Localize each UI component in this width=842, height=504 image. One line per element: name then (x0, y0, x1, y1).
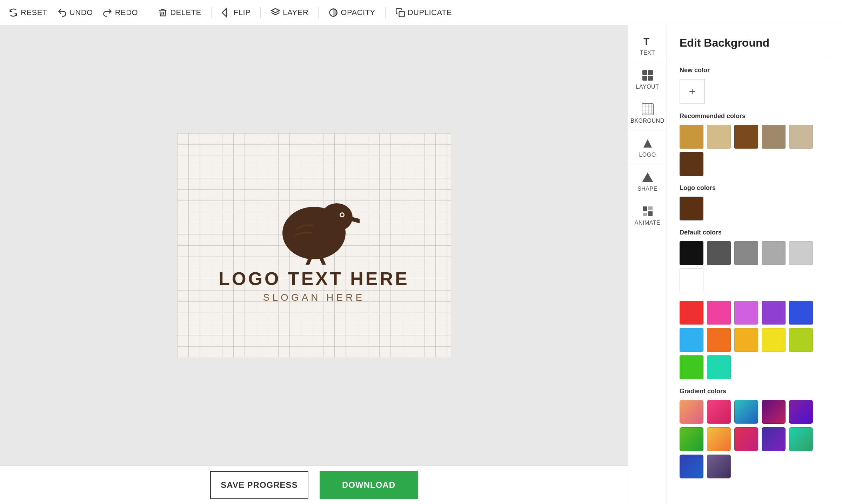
standard-color-swatch[interactable] (789, 301, 813, 325)
shape-icon (641, 171, 654, 184)
canvas-wrapper: LOGO TEXT HERE SLOGAN HERE (0, 25, 628, 465)
add-color-button[interactable]: + (680, 79, 705, 104)
logo-colors-label: Logo colors (680, 184, 829, 192)
toolbar-separator-4 (318, 7, 319, 18)
reset-button[interactable]: RESET (8, 8, 47, 18)
standard-color-swatch[interactable] (680, 328, 703, 352)
gradient-color-swatch[interactable] (789, 427, 813, 451)
delete-button[interactable]: DELETE (158, 8, 201, 18)
standard-colors-grid (680, 301, 829, 379)
recommended-color-swatch[interactable] (734, 125, 758, 149)
recommended-color-swatch[interactable] (680, 125, 703, 149)
bkground-icon (641, 103, 654, 116)
gradient-color-swatch[interactable] (789, 400, 813, 424)
svg-line-7 (352, 219, 360, 224)
recommended-color-swatch[interactable] (789, 125, 813, 149)
logo-color-swatch[interactable] (680, 197, 703, 220)
standard-color-swatch[interactable] (762, 301, 786, 325)
gradient-color-swatch[interactable] (734, 427, 758, 451)
logo-colors-grid (680, 197, 829, 220)
layout-icon (641, 69, 654, 82)
default-color-swatch[interactable] (680, 268, 703, 292)
standard-color-swatch[interactable] (762, 328, 786, 352)
svg-marker-2 (272, 8, 280, 13)
recommended-color-swatch[interactable] (707, 125, 731, 149)
gradient-color-swatch[interactable] (707, 455, 731, 478)
default-color-swatch[interactable] (680, 241, 703, 265)
logo-icon (641, 137, 654, 150)
svg-rect-32 (648, 211, 653, 216)
standard-color-swatch[interactable] (707, 301, 731, 325)
flip-button[interactable]: FLIP (221, 8, 250, 18)
download-button[interactable]: DOWNLOAD (320, 471, 418, 499)
default-colors-grid (680, 241, 829, 292)
standard-color-swatch[interactable] (680, 301, 703, 325)
sidebar-item-bkground[interactable]: BKGROUND (628, 97, 667, 130)
redo-button[interactable]: REDO (103, 8, 138, 18)
default-color-swatch[interactable] (734, 241, 758, 265)
svg-rect-18 (648, 70, 653, 75)
gradient-color-swatch[interactable] (762, 427, 786, 451)
svg-rect-20 (648, 76, 653, 80)
gradient-color-swatch[interactable] (762, 400, 786, 424)
toolbar-separator-3 (260, 7, 261, 18)
kiwi-bird-logo (268, 188, 360, 265)
toolbar: RESET UNDO REDO DELETE FLIP LAYER (0, 0, 842, 25)
standard-color-swatch[interactable] (707, 355, 731, 379)
layer-button[interactable]: LAYER (270, 8, 308, 18)
gradient-color-swatch[interactable] (707, 427, 731, 451)
gradient-color-swatch[interactable] (680, 400, 703, 424)
svg-rect-31 (648, 206, 653, 210)
sidebar-item-shape[interactable]: SHAPE (628, 165, 667, 198)
svg-text:T: T (643, 36, 650, 47)
default-color-swatch[interactable] (707, 241, 731, 265)
toolbar-separator-1 (148, 7, 148, 18)
standard-color-swatch[interactable] (707, 328, 731, 352)
animate-icon (641, 205, 654, 218)
recommended-color-swatch[interactable] (762, 125, 786, 149)
panel-divider (680, 58, 829, 58)
sidebar-item-logo[interactable]: LOGO (628, 131, 667, 164)
standard-color-swatch[interactable] (734, 301, 758, 325)
standard-color-swatch[interactable] (734, 328, 758, 352)
svg-rect-17 (643, 70, 647, 75)
gradient-color-swatch[interactable] (734, 400, 758, 424)
sidebar-item-layout[interactable]: LAYOUT (628, 63, 667, 96)
gradient-colors-label: Gradient colors (680, 388, 829, 395)
svg-marker-0 (222, 8, 226, 16)
recommended-color-swatch[interactable] (680, 152, 703, 176)
gradient-color-swatch[interactable] (680, 455, 703, 478)
toolbar-separator-5 (385, 7, 386, 18)
duplicate-button[interactable]: DUPLICATE (395, 8, 452, 18)
standard-color-swatch[interactable] (680, 355, 703, 379)
recommended-colors-label: Recommended colors (680, 113, 829, 120)
svg-marker-28 (642, 172, 653, 182)
canvas-slogan-text[interactable]: SLOGAN HERE (263, 292, 365, 303)
toolbar-separator-2 (211, 7, 212, 18)
save-progress-button[interactable]: SAVE PROGRESS (210, 471, 308, 499)
opacity-button[interactable]: OPACITY (328, 8, 375, 18)
recommended-colors-grid (680, 125, 829, 176)
default-colors-label: Default colors (680, 229, 829, 236)
bottom-bar: SAVE PROGRESS DOWNLOAD (0, 465, 628, 504)
sidebar-item-text[interactable]: T TEXT (628, 29, 667, 62)
svg-point-9 (341, 213, 343, 216)
main-area: LOGO TEXT HERE SLOGAN HERE SAVE PROGRESS… (0, 25, 842, 504)
design-canvas[interactable]: LOGO TEXT HERE SLOGAN HERE (177, 133, 451, 357)
default-color-swatch[interactable] (762, 241, 786, 265)
svg-rect-29 (643, 206, 647, 211)
right-panel: Edit Background New color + Recommended … (667, 25, 842, 504)
standard-color-swatch[interactable] (789, 328, 813, 352)
gradient-color-swatch[interactable] (680, 427, 703, 451)
svg-point-6 (321, 203, 353, 231)
svg-rect-19 (643, 76, 647, 80)
gradient-color-swatch[interactable] (707, 400, 731, 424)
svg-line-11 (321, 258, 326, 265)
sidebar-item-animate[interactable]: ANIMATE (628, 199, 667, 232)
canvas-logo-text[interactable]: LOGO TEXT HERE (219, 268, 409, 289)
svg-rect-30 (643, 213, 647, 216)
text-icon: T (641, 35, 654, 48)
svg-rect-4 (399, 11, 404, 16)
default-color-swatch[interactable] (789, 241, 813, 265)
undo-button[interactable]: UNDO (57, 8, 93, 18)
